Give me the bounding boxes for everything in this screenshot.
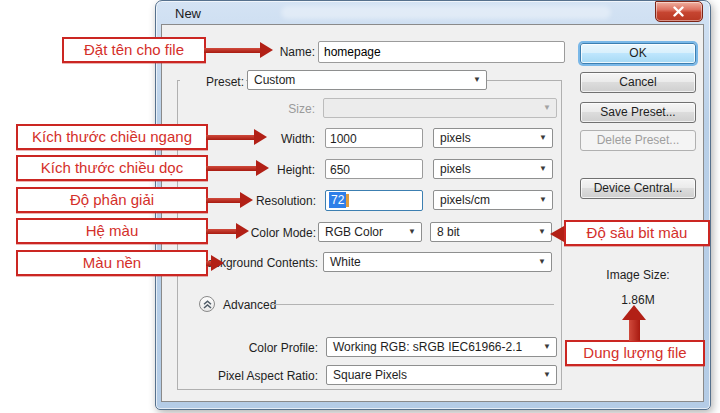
arrow-name: [204, 48, 260, 53]
dropdown-arrow-icon: ▼: [539, 196, 547, 204]
color-mode-dropdown[interactable]: RGB Color ▼: [318, 222, 422, 242]
arrow-resolution: [206, 198, 240, 203]
arrow-color-mode-head-icon: [236, 223, 249, 239]
preset-label: Preset:: [180, 74, 246, 90]
selected-text: 72: [329, 192, 346, 208]
dropdown-arrow-icon: ▼: [539, 134, 547, 142]
arrow-background-head-icon: [211, 255, 224, 271]
annotation-background: Màu nền: [16, 250, 208, 276]
arrow-resolution-head-icon: [240, 192, 253, 208]
size-label: Size:: [240, 102, 315, 116]
dialog-titlebar[interactable]: New: [161, 2, 705, 24]
dropdown-arrow-icon: ▼: [539, 165, 547, 173]
annotation-resolution: Độ phân giải: [16, 187, 208, 213]
color-profile-label: Color Profile:: [208, 341, 318, 355]
resolution-input[interactable]: 72: [325, 190, 423, 211]
dialog-title: New: [175, 6, 201, 21]
width-input[interactable]: 1000: [325, 128, 423, 148]
ok-button[interactable]: OK: [580, 43, 696, 64]
dropdown-arrow-icon: ▼: [543, 343, 551, 351]
close-icon: [673, 6, 684, 17]
arrow-width: [206, 135, 254, 140]
dropdown-arrow-icon: ▼: [538, 228, 546, 236]
dropdown-arrow-icon: ▼: [408, 228, 416, 236]
delete-preset-button: Delete Preset...: [580, 130, 696, 151]
arrow-height-head-icon: [256, 160, 269, 176]
pixel-aspect-ratio-dropdown[interactable]: Square Pixels ▼: [326, 365, 557, 385]
advanced-collapse-button[interactable]: [199, 296, 215, 312]
dropdown-arrow-icon: ▼: [543, 104, 551, 112]
dropdown-arrow-icon: ▼: [473, 76, 481, 84]
chevron-double-up-icon: [202, 299, 213, 310]
background-contents-dropdown[interactable]: White ▼: [323, 252, 552, 272]
height-input[interactable]: 650: [325, 159, 423, 179]
height-unit-dropdown[interactable]: pixels ▼: [433, 159, 553, 179]
dropdown-arrow-icon: ▼: [543, 371, 551, 379]
text-caret: [346, 194, 349, 207]
annotation-color-mode: Hệ màu: [16, 218, 208, 244]
close-button[interactable]: [655, 1, 703, 22]
arrow-color-mode: [206, 229, 236, 234]
annotation-name: Đặt tên cho file: [62, 37, 206, 63]
annotation-height: Kích thước chiều dọc: [16, 155, 208, 181]
advanced-divider: [270, 304, 554, 305]
arrow-width-head-icon: [254, 129, 267, 145]
arrow-bit-depth-head-icon: [550, 226, 564, 242]
annotation-width: Kích thước chiều ngang: [16, 124, 208, 150]
pixel-aspect-ratio-label: Pixel Aspect Ratio:: [193, 369, 318, 383]
annotation-file-size: Dung lượng file: [565, 340, 705, 366]
bit-depth-dropdown[interactable]: 8 bit ▼: [430, 222, 552, 242]
preset-dropdown[interactable]: Custom ▼: [247, 70, 487, 90]
arrow-name-head-icon: [260, 42, 273, 58]
color-profile-dropdown[interactable]: Working RGB: sRGB IEC61966-2.1 ▼: [326, 337, 557, 357]
width-unit-dropdown[interactable]: pixels ▼: [433, 128, 553, 148]
image-size-label: Image Size:: [580, 268, 696, 282]
arrow-file-size: [629, 319, 640, 341]
arrow-file-size-head-icon: [622, 305, 646, 320]
advanced-label: Advanced: [223, 298, 276, 312]
titlebar-glare: [281, 6, 611, 19]
resolution-unit-dropdown[interactable]: pixels/cm ▼: [433, 190, 553, 210]
name-input[interactable]: [318, 41, 565, 63]
annotation-bit-depth: Độ sâu bit màu: [564, 220, 710, 246]
cancel-button[interactable]: Cancel: [580, 72, 696, 93]
arrow-height: [206, 166, 256, 171]
dropdown-arrow-icon: ▼: [538, 258, 546, 266]
screenshot-stage: New Name: Preset: Custom ▼ Size: ▼ Width…: [0, 0, 720, 413]
device-central-button[interactable]: Device Central...: [580, 178, 696, 199]
size-dropdown: ▼: [323, 98, 557, 118]
save-preset-button[interactable]: Save Preset...: [580, 102, 696, 123]
